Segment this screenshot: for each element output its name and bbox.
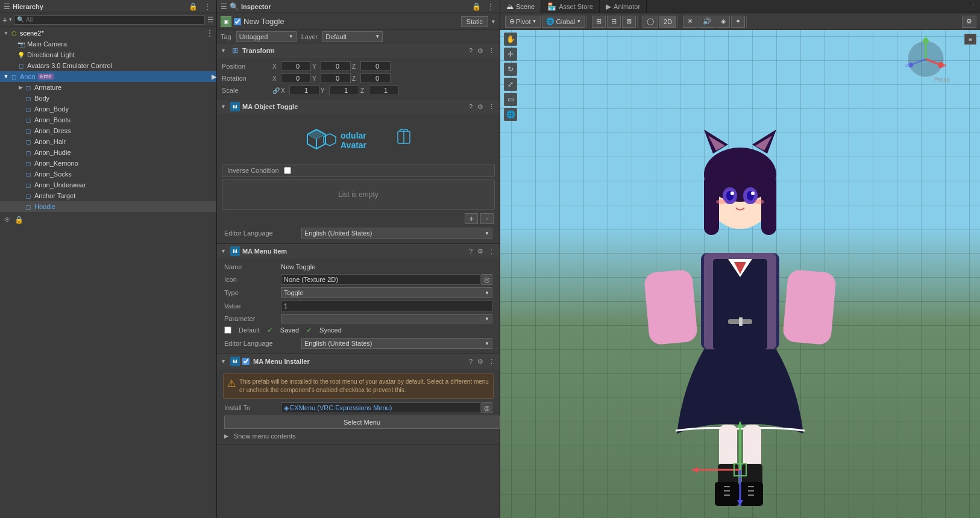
- menu-item-parameter-dropdown[interactable]: ▼: [281, 314, 492, 323]
- tree-item-anon-underwear[interactable]: ◻ Anon_Underwear: [0, 179, 216, 190]
- tab-scene[interactable]: ⛰ Scene: [500, 0, 541, 13]
- pivot-btn[interactable]: ⊕ Pivot ▼: [505, 16, 541, 28]
- editor-lang-dropdown-menu-item[interactable]: English (United States) ▼: [301, 338, 492, 349]
- transform-settings-btn[interactable]: ⚙: [476, 47, 485, 55]
- fx-btn[interactable]: ✦: [731, 16, 745, 28]
- tab-animator[interactable]: ▶ Animator: [600, 0, 647, 13]
- tree-item-anchor-target[interactable]: ◻ Anchor Target: [0, 190, 216, 201]
- hierarchy-search-input[interactable]: [26, 16, 202, 23]
- scene-settings-btn[interactable]: ⚙: [962, 16, 976, 28]
- tree-item-body[interactable]: ◻ Body: [0, 93, 216, 104]
- tree-item-armature[interactable]: ▶ ◻ Armature: [0, 82, 216, 93]
- ma-menu-item-header[interactable]: ▼ M MA Menu Item ? ⚙ ⋮: [217, 244, 500, 258]
- sun-btn[interactable]: ☀: [683, 16, 697, 28]
- visibility-icon[interactable]: 👁: [4, 216, 11, 224]
- rect-tool-btn[interactable]: ▭: [504, 93, 517, 106]
- menu-item-type-dropdown[interactable]: Toggle ▼: [281, 287, 492, 298]
- hierarchy-lock-icon[interactable]: 🔒: [187, 2, 199, 11]
- hand-tool-btn[interactable]: ✋: [504, 33, 517, 46]
- hierarchy-menu-icon[interactable]: ☰: [4, 2, 10, 11]
- ma-menu-installer-help-btn[interactable]: ?: [468, 358, 474, 366]
- hierarchy-search-box[interactable]: 🔍: [14, 15, 205, 25]
- ma-menu-installer-more-btn[interactable]: ⋮: [487, 358, 496, 366]
- tree-item-anon-hudie[interactable]: ◻ Anon_Hudie: [0, 147, 216, 158]
- tree-item-scene2[interactable]: ▼ ⬡ scene2* ⋮: [0, 28, 216, 39]
- show-contents-row[interactable]: ▶ Show menu contents: [221, 430, 496, 442]
- rotation-z-input[interactable]: [360, 73, 391, 83]
- 2d-btn[interactable]: 2D: [659, 16, 676, 28]
- static-button[interactable]: Static: [461, 16, 489, 27]
- menu-item-icon-input[interactable]: [281, 274, 480, 285]
- position-y-input[interactable]: [321, 61, 351, 71]
- tree-item-anon-dress[interactable]: ◻ Anon_Dress: [0, 125, 216, 136]
- rotation-x-input[interactable]: [281, 73, 311, 83]
- layers-btn[interactable]: ≡: [964, 34, 976, 45]
- scene-panel-more-btn[interactable]: ⋮: [966, 2, 980, 10]
- install-to-select-btn[interactable]: ◎: [482, 402, 492, 413]
- scale-tool-btn[interactable]: ⤢: [504, 78, 517, 91]
- ma-menu-installer-header[interactable]: ▼ M MA Menu Installer ? ⚙ ⋮: [217, 354, 500, 369]
- lock-icon[interactable]: 🔒: [14, 216, 24, 224]
- transform-header[interactable]: ▼ ⊞ Transform ? ⚙ ⋮: [217, 43, 500, 58]
- move-tool-btn[interactable]: ✛: [504, 48, 517, 61]
- ma-object-toggle-header[interactable]: ▼ M MA Object Toggle ? ⚙ ⋮: [217, 99, 500, 114]
- editor-lang-dropdown-obj-toggle[interactable]: English (United States) ▼: [301, 228, 492, 239]
- global-btn[interactable]: 🌐 Global ▼: [542, 16, 585, 28]
- layer-dropdown[interactable]: Default ▼: [322, 31, 383, 42]
- scale-lock-icon[interactable]: 🔗: [272, 87, 280, 94]
- object-enabled-checkbox[interactable]: [234, 18, 241, 25]
- grid-btn[interactable]: ⊞: [592, 16, 606, 28]
- menu-item-icon-select-btn[interactable]: ◎: [482, 274, 492, 285]
- scene-viewport[interactable]: ✋ ✛ ↻ ⤢ ▭ 🌐 Y X: [500, 30, 980, 518]
- ma-menu-item-help-btn[interactable]: ?: [468, 248, 474, 255]
- transform-help-btn[interactable]: ?: [468, 47, 474, 55]
- ma-obj-toggle-help-btn[interactable]: ?: [468, 103, 474, 111]
- tree-item-anon-body[interactable]: ◻ Anon_Body: [0, 104, 216, 114]
- tree-item-hoodie[interactable]: ◻ Hoodie: [0, 201, 216, 212]
- inverse-condition-checkbox[interactable]: [284, 167, 291, 174]
- scale-x-input[interactable]: [289, 86, 319, 95]
- tree-item-anon-socks[interactable]: ◻ Anon_Socks: [0, 169, 216, 179]
- inspector-more-icon[interactable]: ⋮: [485, 2, 496, 11]
- skybox-btn[interactable]: ◈: [717, 16, 730, 28]
- rotate-tool-btn[interactable]: ↻: [504, 63, 517, 76]
- select-menu-btn[interactable]: Select Menu: [224, 416, 500, 429]
- scale-z-input[interactable]: [369, 86, 399, 95]
- hierarchy-more-icon[interactable]: ⋮: [202, 2, 213, 11]
- position-x-input[interactable]: [281, 61, 311, 71]
- scene2-menu-btn[interactable]: ⋮: [203, 28, 216, 38]
- audio-btn[interactable]: 🔊: [699, 16, 715, 28]
- static-dropdown-arrow[interactable]: ▼: [491, 19, 496, 25]
- list-remove-btn[interactable]: -: [480, 213, 494, 224]
- tree-item-anon[interactable]: ▼ ◻ Anon Emo ▶: [0, 71, 216, 82]
- transform-tool-btn[interactable]: 🌐: [504, 108, 517, 121]
- snap-btn[interactable]: ⊠: [622, 16, 636, 28]
- transform-more-btn[interactable]: ⋮: [487, 47, 496, 55]
- tree-item-dir-light[interactable]: 💡 Directional Light: [0, 49, 216, 60]
- inspector-lock-icon[interactable]: 🔒: [470, 2, 483, 11]
- scale-y-input[interactable]: [329, 86, 359, 95]
- camera-orbit-btn[interactable]: ◯: [642, 16, 658, 28]
- ma-menu-installer-enabled-checkbox[interactable]: [242, 358, 250, 365]
- expand-arrow-anon[interactable]: ▶: [212, 73, 216, 81]
- list-add-btn[interactable]: +: [465, 213, 478, 224]
- tree-item-anon-boots[interactable]: ◻ Anon_Boots: [0, 114, 216, 125]
- tree-item-anon-kemono[interactable]: ◻ Anon_Kemono: [0, 158, 216, 169]
- default-checkbox[interactable]: [224, 326, 231, 334]
- rotation-y-input[interactable]: [321, 73, 351, 83]
- ma-obj-toggle-settings-btn[interactable]: ⚙: [476, 103, 485, 111]
- position-z-input[interactable]: [360, 61, 391, 71]
- inspector-menu-icon[interactable]: ☰: [221, 2, 227, 11]
- grid-settings-btn[interactable]: ⊟: [607, 16, 621, 28]
- ma-obj-toggle-more-btn[interactable]: ⋮: [487, 103, 496, 111]
- tree-item-avatars-control[interactable]: ◻ Avatars 3.0 Emulator Control: [0, 60, 216, 71]
- ma-menu-installer-settings-btn[interactable]: ⚙: [476, 358, 485, 366]
- menu-item-value-input[interactable]: [281, 301, 492, 311]
- install-to-value-display[interactable]: ◈ EXMenu (VRC Expressions Menu): [281, 402, 480, 413]
- add-object-btn[interactable]: + ▼: [2, 15, 13, 25]
- tree-item-anon-hair[interactable]: ◻ Anon_Hair: [0, 136, 216, 147]
- tab-asset-store[interactable]: 🏪 Asset Store: [541, 0, 600, 13]
- ma-menu-item-settings-btn[interactable]: ⚙: [476, 248, 485, 255]
- ma-menu-item-more-btn[interactable]: ⋮: [487, 248, 496, 255]
- filter-icon[interactable]: ☰: [207, 16, 214, 24]
